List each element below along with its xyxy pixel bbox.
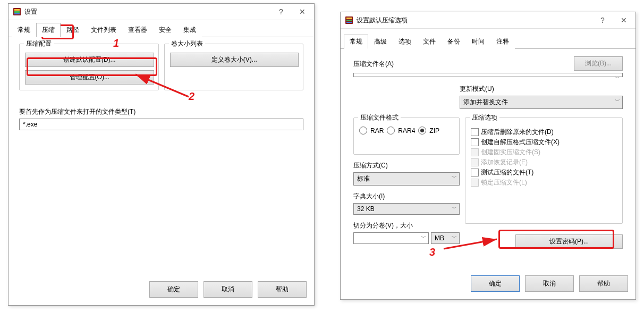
- tab-compression[interactable]: 压缩: [36, 23, 61, 37]
- dialog-content: 压缩配置 创建默认配置(D)... 管理配置(O)... 卷大小列表 定义卷大小…: [9, 37, 314, 137]
- groupbox-title: 压缩选项: [470, 113, 499, 122]
- radio-rar[interactable]: [359, 127, 367, 135]
- split-unit-select[interactable]: MB: [431, 232, 460, 244]
- checkbox-delete-after[interactable]: [471, 128, 479, 136]
- split-label: 切分为分卷(V)，大小: [353, 221, 460, 230]
- help-button[interactable]: ?: [270, 4, 292, 19]
- tab-integration[interactable]: 集成: [177, 23, 202, 37]
- titlebar: 设置 ? ✕: [9, 4, 314, 20]
- default-compress-options-dialog: 设置默认压缩选项 ? ✕ 常规 高级 选项 文件 备份 时间 注释 压缩文件名(…: [340, 12, 636, 300]
- svg-rect-6: [346, 20, 352, 21]
- radio-rar4[interactable]: [387, 127, 395, 135]
- dict-label: 字典大小(I): [353, 192, 460, 201]
- dict-select[interactable]: 32 KB: [353, 203, 460, 215]
- method-select[interactable]: 标准: [353, 172, 460, 186]
- set-password-button[interactable]: 设置密码(P)...: [515, 234, 623, 249]
- help-button[interactable]: ?: [592, 13, 613, 28]
- dialog-title: 设置默认压缩选项: [357, 16, 592, 25]
- groupbox-options: 压缩选项 压缩后删除原来的文件(D) 创建自解压格式压缩文件(X) 创建固实压缩…: [465, 117, 623, 224]
- tab-general[interactable]: 常规: [12, 23, 36, 37]
- ok-button[interactable]: 确定: [471, 275, 520, 292]
- dialog-title: 设置: [24, 7, 270, 16]
- tab-viewer[interactable]: 查看器: [122, 23, 153, 37]
- dialog-content: 压缩文件名(A) 浏览(B)... 更新模式(U) 添加并替换文件 压缩文件格式…: [341, 49, 635, 253]
- create-default-config-button[interactable]: 创建默认配置(D)...: [25, 53, 154, 67]
- split-size-select[interactable]: [353, 232, 429, 244]
- checkbox-lock: [471, 179, 479, 187]
- radio-zip[interactable]: [418, 127, 426, 135]
- titlebar: 设置默认压缩选项 ? ✕: [341, 12, 635, 29]
- help-button[interactable]: 帮助: [258, 281, 307, 298]
- checkbox-add-recovery: [471, 158, 479, 166]
- update-mode-label: 更新模式(U): [460, 85, 623, 94]
- groupbox-format: 压缩文件格式 RAR RAR4 ZIP: [353, 117, 460, 155]
- tab-options[interactable]: 选项: [393, 35, 417, 49]
- ok-button[interactable]: 确定: [149, 281, 198, 298]
- close-button[interactable]: ✕: [613, 13, 634, 28]
- checkbox-test[interactable]: [471, 169, 479, 176]
- tab-security[interactable]: 安全: [153, 23, 177, 37]
- checkbox-create-sfx[interactable]: [471, 138, 479, 146]
- svg-rect-1: [14, 9, 20, 11]
- app-icon: [345, 16, 353, 24]
- update-mode-select[interactable]: 添加并替换文件: [460, 96, 623, 109]
- tab-filelist[interactable]: 文件列表: [85, 23, 122, 37]
- archive-name-select[interactable]: [353, 73, 623, 77]
- open-as-archive-input[interactable]: [19, 119, 303, 130]
- app-icon: [13, 7, 21, 16]
- groupbox-title: 压缩配置: [24, 39, 54, 48]
- tab-backup[interactable]: 备份: [442, 35, 466, 49]
- groupbox-title: 压缩文件格式: [358, 113, 401, 122]
- open-as-archive-label: 要首先作为压缩文件来打开的文件类型(T): [19, 107, 303, 116]
- method-label: 压缩方式(C): [353, 161, 460, 170]
- tab-time[interactable]: 时间: [466, 35, 490, 49]
- browse-button[interactable]: 浏览(B)...: [574, 56, 623, 71]
- tabs-bar: 常规 高级 选项 文件 备份 时间 注释: [341, 29, 635, 49]
- svg-rect-5: [346, 18, 352, 19]
- tab-files[interactable]: 文件: [417, 35, 442, 49]
- cancel-button[interactable]: 取消: [525, 275, 574, 292]
- groupbox-title: 卷大小列表: [169, 39, 205, 48]
- checkbox-create-solid: [471, 148, 479, 156]
- define-volume-size-button[interactable]: 定义卷大小(V)...: [170, 53, 299, 67]
- close-button[interactable]: ✕: [292, 4, 313, 19]
- help-button[interactable]: 帮助: [579, 275, 628, 292]
- tab-path[interactable]: 路径: [61, 23, 85, 37]
- groupbox-volume-list: 卷大小列表 定义卷大小(V)...: [164, 44, 304, 90]
- cancel-button[interactable]: 取消: [204, 281, 252, 298]
- svg-rect-2: [14, 11, 20, 13]
- groupbox-compress-config: 压缩配置 创建默认配置(D)... 管理配置(O)...: [19, 44, 159, 90]
- svg-rect-7: [346, 22, 352, 23]
- tab-advanced[interactable]: 高级: [368, 35, 393, 49]
- svg-rect-3: [14, 13, 20, 14]
- archive-name-label: 压缩文件名(A): [353, 60, 569, 69]
- settings-dialog: 设置 ? ✕ 常规 压缩 路径 文件列表 查看器 安全 集成 压缩配置 创建默认…: [8, 3, 315, 306]
- manage-config-button[interactable]: 管理配置(O)...: [25, 70, 154, 85]
- tab-comment[interactable]: 注释: [490, 35, 515, 49]
- tabs-bar: 常规 压缩 路径 文件列表 查看器 安全 集成: [9, 20, 314, 37]
- tab-general[interactable]: 常规: [344, 35, 368, 49]
